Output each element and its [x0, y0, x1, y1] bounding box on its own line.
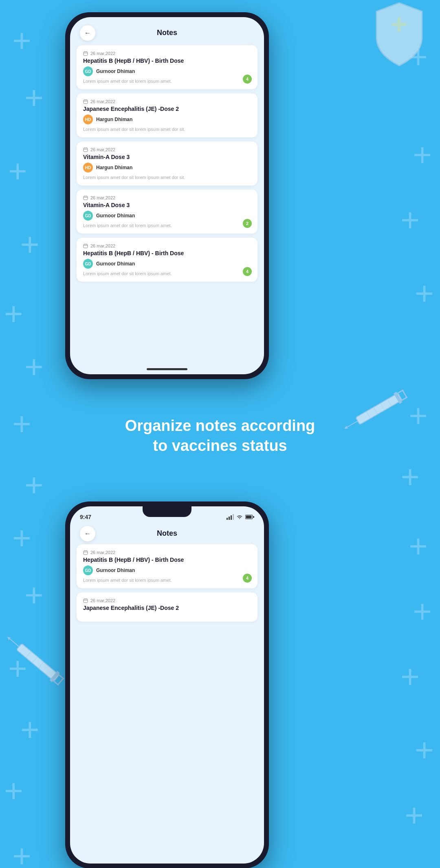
note-vaccine-2: Japanese Encephalitis (JE) -Dose 2: [83, 106, 251, 112]
person-name-4: Gurnoor Dhiman: [96, 213, 135, 219]
tagline-line2: to vaccines status: [0, 436, 440, 456]
status-icons: [227, 514, 254, 520]
bg-cross-12: +: [24, 469, 44, 501]
person-name-5: Gurnoor Dhiman: [96, 261, 135, 267]
svg-line-24: [403, 391, 407, 398]
person-name-2-1: Gurnoor Dhiman: [96, 568, 135, 573]
bg-cross-15: +: [12, 522, 31, 554]
note-vaccine-4: Vitamin-A Dose 3: [83, 202, 251, 208]
note-text-3: Lorem ipsum amet dor sit lorem ipsum ame…: [83, 175, 251, 180]
calendar-icon-1: [83, 51, 88, 56]
svg-rect-46: [246, 516, 252, 519]
note-card-5[interactable]: 26 mar,2022 Hepatitis B (HepB / HBV) - B…: [77, 238, 257, 282]
avatar-5: GD: [83, 259, 93, 269]
note-badge-1: 4: [243, 75, 252, 84]
note-person-1: GD Gurnoor Dhiman: [83, 66, 251, 76]
calendar-icon-3: [83, 147, 88, 152]
calendar-icon-2-2: [83, 598, 88, 603]
note-card-4[interactable]: 26 mar,2022 Vitamin-A Dose 3 GD Gurnoor …: [77, 190, 257, 234]
calendar-icon-5: [83, 243, 88, 248]
bg-cross-5: +: [4, 298, 23, 330]
note-card-3[interactable]: 26 mar,2022 Vitamin-A Dose 3 HD Hargun D…: [77, 141, 257, 186]
bg-cross-8: +: [413, 139, 432, 171]
avatar-1: GD: [83, 66, 93, 76]
svg-rect-16: [84, 244, 88, 248]
note-vaccine-2-1: Hepatitis B (HepB / HBV) - Birth Dose: [83, 557, 251, 563]
note-date-3: 26 mar,2022: [83, 147, 251, 152]
avatar-4: GD: [83, 211, 93, 221]
svg-rect-42: [229, 517, 230, 520]
note-person-3: HD Hargun Dhiman: [83, 163, 251, 172]
note-date-2-2: 26 mar,2022: [83, 598, 251, 603]
wifi-icon: [236, 515, 243, 519]
notes-list-2: 26 mar,2022 Hepatitis B (HepB / HBV) - B…: [70, 543, 264, 625]
phone-notch-2: [143, 506, 191, 517]
bg-cross-4: +: [20, 228, 40, 261]
battery-icon: [245, 515, 254, 519]
bg-cross-21: +: [409, 530, 428, 563]
bg-cross-24: +: [415, 734, 434, 766]
svg-rect-52: [84, 599, 88, 603]
svg-rect-0: [84, 52, 88, 55]
svg-line-33: [59, 674, 64, 679]
note-date-4: 26 mar,2022: [83, 195, 251, 200]
phone-screen-2: 9:47: [70, 506, 264, 864]
note-text-5: Lorem ipsum amet dor sit lorem ipsum ame…: [83, 271, 251, 276]
bg-cross-20: +: [12, 840, 31, 868]
note-person-2-1: GD Gurnoor Dhiman: [83, 565, 251, 575]
note-text-1: Lorem ipsum amet dor sit lorem ipsum ame…: [83, 79, 251, 84]
note-badge-5: 4: [243, 267, 252, 276]
bg-cross-1: +: [12, 24, 31, 57]
back-button-2[interactable]: ←: [80, 526, 95, 541]
svg-rect-41: [227, 518, 228, 520]
note-badge-2-1: 4: [243, 574, 252, 583]
bg-cross-6: +: [24, 351, 44, 383]
shield-decoration: [371, 0, 428, 65]
app-header-1: ← Notes: [70, 24, 264, 42]
bg-cross-9: +: [400, 204, 420, 236]
note-badge-4: 2: [243, 219, 252, 228]
bg-cross-14: +: [400, 461, 420, 493]
note-vaccine-2-2: Japanese Encephalitis (JE) -Dose 2: [83, 605, 251, 611]
home-indicator-1: [147, 368, 187, 370]
calendar-icon-2-1: [83, 550, 88, 555]
calendar-icon-4: [83, 195, 88, 200]
note-card-1[interactable]: 26 mar,2022 Hepatitis B (HepB / HBV) - B…: [77, 45, 257, 89]
bg-cross-19: +: [4, 775, 23, 807]
notes-list-1: 26 mar,2022 Hepatitis B (HepB / HBV) - B…: [70, 42, 264, 285]
phone-mockup-2: 9:47: [65, 501, 269, 868]
svg-rect-48: [84, 551, 88, 554]
svg-rect-43: [231, 515, 232, 520]
phone-mockup-1: ← Notes 26 mar,2022 Hepatitis B (HepB / …: [65, 12, 269, 379]
svg-rect-12: [84, 196, 88, 200]
note-text-2-1: Lorem ipsum amet dor sit lorem ipsum ame…: [83, 578, 251, 583]
note-date-2: 26 mar,2022: [83, 99, 251, 104]
phone-screen-1: ← Notes 26 mar,2022 Hepatitis B (HepB / …: [70, 17, 264, 374]
tagline-line1: Organize notes according: [0, 416, 440, 436]
person-name-1: Gurnoor Dhiman: [96, 68, 135, 74]
bg-cross-25: +: [405, 799, 424, 832]
bg-cross-23: +: [400, 660, 420, 693]
bg-cross-3: +: [8, 155, 27, 188]
svg-line-36: [10, 639, 19, 647]
note-card-2[interactable]: 26 mar,2022 Japanese Encephalitis (JE) -…: [77, 93, 257, 137]
status-time: 9:47: [80, 514, 91, 520]
note-card-2-1[interactable]: 26 mar,2022 Hepatitis B (HepB / HBV) - B…: [77, 544, 257, 588]
avatar-2-1: GD: [83, 565, 93, 575]
note-vaccine-3: Vitamin-A Dose 3: [83, 154, 251, 160]
bg-cross-10: +: [415, 277, 434, 310]
note-card-2-2[interactable]: 26 mar,2022 Japanese Encephalitis (JE) -…: [77, 592, 257, 622]
bg-cross-16: +: [24, 579, 44, 612]
svg-rect-44: [233, 514, 234, 520]
note-date-5: 26 mar,2022: [83, 243, 251, 248]
note-vaccine-5: Hepatitis B (HepB / HBV) - Birth Dose: [83, 250, 251, 256]
back-button-1[interactable]: ←: [80, 25, 95, 41]
svg-line-35: [58, 678, 63, 685]
svg-rect-4: [84, 100, 88, 104]
note-vaccine-1: Hepatitis B (HepB / HBV) - Birth Dose: [83, 57, 251, 64]
person-name-2: Hargun Dhiman: [96, 117, 132, 122]
calendar-icon-2: [83, 99, 88, 104]
note-person-2: HD Hargun Dhiman: [83, 115, 251, 124]
person-name-3: Hargun Dhiman: [96, 165, 132, 170]
bg-cross-18: +: [20, 713, 40, 746]
